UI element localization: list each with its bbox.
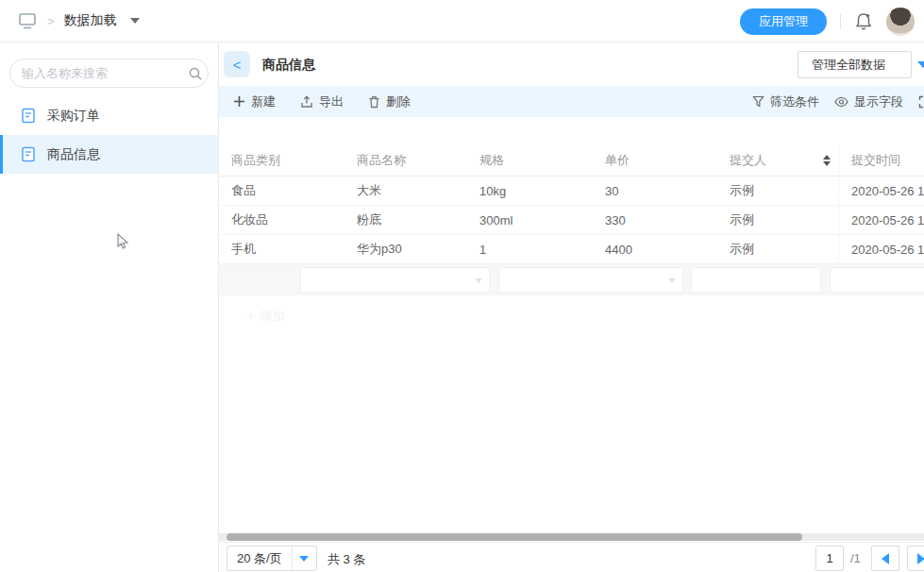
back-button[interactable]: <: [224, 51, 250, 77]
inline-input-row: [219, 264, 924, 295]
column-header[interactable]: 规格: [467, 152, 593, 169]
topbar-actions: 应用管理: [740, 0, 915, 42]
inline-select-field[interactable]: [498, 267, 683, 293]
sidebar-item-purchase-orders[interactable]: 采购订单: [0, 96, 218, 135]
display-fields-label: 显示字段: [854, 93, 903, 110]
export-button[interactable]: 导出: [300, 93, 344, 110]
table-header-row: 商品类别 商品名称 规格 单价 提交人 提交时间: [219, 144, 924, 177]
table-row[interactable]: 化妆品 粉底 300ml 330 示例 2020-05-26 17:28:: [219, 206, 924, 235]
user-avatar[interactable]: [886, 8, 915, 36]
topbar: > 数据加载 应用管理: [0, 0, 924, 42]
sidebar-search-input[interactable]: [22, 66, 188, 80]
delete-button[interactable]: 删除: [368, 93, 411, 110]
column-header-label: 提交人: [730, 153, 766, 167]
table-cell: 示例: [717, 241, 838, 258]
scope-select-caret-icon[interactable]: [917, 61, 924, 68]
data-table: 商品类别 商品名称 规格 单价 提交人 提交时间 食品 大米 10kg 30 示…: [219, 117, 924, 295]
column-header[interactable]: 商品类别: [219, 152, 344, 169]
breadcrumb-separator: >: [47, 14, 55, 28]
sidebar-search-box[interactable]: [9, 59, 209, 88]
table-cell: 30: [593, 184, 717, 198]
chevron-down-icon: [668, 278, 676, 283]
sidebar-item-label: 商品信息: [47, 146, 100, 163]
table-cell: 示例: [717, 182, 838, 199]
total-count: 共 3 条: [328, 551, 365, 568]
expand-icon: [918, 95, 924, 109]
desktop-icon[interactable]: [17, 12, 38, 30]
table-cell: 示例: [717, 211, 838, 228]
toolbar: 新建 导出 删除: [219, 86, 924, 117]
page-size-caret-icon: [292, 547, 316, 570]
column-header[interactable]: 提交时间: [838, 144, 924, 176]
sidebar-item-product-info[interactable]: 商品信息: [0, 135, 218, 174]
table-cell: 2020-05-26 15:44:: [838, 235, 924, 263]
filter-conditions-button[interactable]: 筛选条件: [752, 93, 819, 110]
column-header[interactable]: 单价: [593, 152, 717, 169]
data-scope-select[interactable]: 管理全部数据: [798, 51, 912, 78]
page-title: 商品信息: [262, 57, 315, 74]
table-cell: 2020-05-26 17:28:: [838, 206, 924, 234]
table-body: 食品 大米 10kg 30 示例 2020-05-26 17:28: 化妆品 粉…: [219, 177, 924, 264]
toolbar-left: 新建 导出 删除: [219, 93, 411, 110]
table-cell: 化妆品: [219, 211, 344, 228]
mouse-cursor: [115, 232, 130, 254]
table-cell: 2020-05-26 17:28:: [838, 177, 924, 205]
chevron-down-icon: [475, 278, 482, 283]
table-cell: 300ml: [467, 213, 593, 227]
topbar-divider: [840, 14, 841, 29]
breadcrumb-app-name[interactable]: 数据加载: [64, 12, 117, 29]
current-page-box[interactable]: 1: [815, 546, 844, 571]
sidebar: 采购订单 商品信息: [0, 42, 219, 572]
sort-icon[interactable]: [823, 155, 831, 166]
table-cell: 330: [593, 213, 717, 227]
arrow-right-icon: [917, 553, 924, 564]
notification-bell-icon[interactable]: [854, 11, 873, 32]
eye-icon: [834, 96, 848, 108]
funnel-icon: [752, 95, 764, 108]
page-size-value: 20 条/页: [227, 547, 292, 570]
prev-page-button[interactable]: [871, 546, 899, 571]
table-cell: 食品: [219, 182, 344, 199]
sidebar-item-label: 采购订单: [47, 108, 100, 125]
breadcrumb-caret-icon[interactable]: [130, 18, 140, 24]
main-panel: < 商品信息 管理全部数据 新建 导出: [219, 42, 924, 572]
expand-button[interactable]: [918, 95, 924, 109]
table-row[interactable]: 手机 华为p30 1 4400 示例 2020-05-26 15:44:: [219, 235, 924, 264]
table-cell: 大米: [344, 182, 467, 199]
export-icon: [300, 95, 313, 109]
table-cell: 华为p30: [344, 241, 467, 258]
pagination-bar: 20 条/页 共 3 条 1 /1: [219, 542, 924, 572]
table-cell: 4400: [593, 243, 717, 257]
inline-input-field[interactable]: [830, 267, 924, 293]
plus-icon: [233, 95, 245, 108]
export-label: 导出: [319, 93, 344, 110]
search-icon[interactable]: [188, 66, 203, 81]
table-cell: 1: [467, 243, 593, 257]
display-fields-button[interactable]: 显示字段: [834, 93, 903, 110]
table-cell: 手机: [219, 241, 344, 258]
filter-conditions-label: 筛选条件: [770, 93, 819, 110]
table-row[interactable]: 食品 大米 10kg 30 示例 2020-05-26 17:28:: [219, 177, 924, 206]
page-size-select[interactable]: 20 条/页: [227, 546, 317, 571]
inline-select-field[interactable]: [300, 267, 490, 293]
delete-label: 删除: [386, 93, 411, 110]
new-record-button[interactable]: 新建: [233, 93, 276, 110]
document-icon: [21, 146, 36, 162]
scrollbar-thumb[interactable]: [227, 533, 802, 541]
app-window: > 数据加载 应用管理 采购订单: [0, 0, 924, 572]
inline-input-field[interactable]: [691, 267, 821, 293]
table-cell: 粉底: [344, 211, 467, 228]
ghost-add-hint: ＋ 添加: [244, 308, 285, 325]
toolbar-right: 筛选条件 显示字段: [752, 93, 924, 110]
table-cell: 10kg: [467, 184, 593, 198]
total-pages: /1: [850, 551, 861, 565]
next-page-button[interactable]: [907, 546, 924, 571]
new-record-label: 新建: [251, 93, 276, 110]
arrow-left-icon: [882, 553, 889, 564]
main-header: < 商品信息 管理全部数据: [219, 42, 924, 86]
horizontal-scrollbar[interactable]: [219, 533, 924, 541]
document-icon: [21, 108, 36, 124]
column-header[interactable]: 商品名称: [344, 152, 467, 169]
app-manage-button[interactable]: 应用管理: [740, 8, 827, 35]
column-header[interactable]: 提交人: [717, 152, 838, 169]
